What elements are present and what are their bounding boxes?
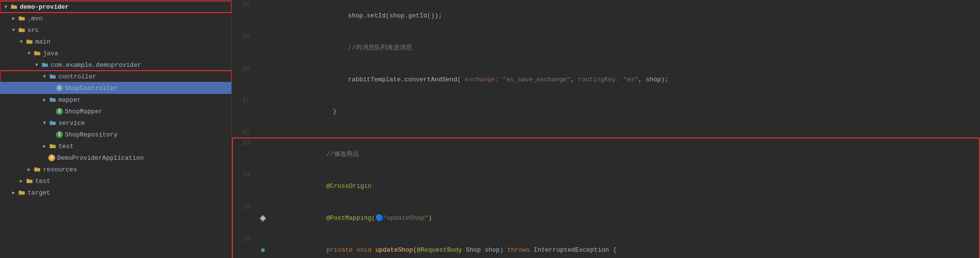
- code-line-63: 63 //修改商品: [233, 138, 979, 170]
- tree-item-label: src: [28, 27, 39, 34]
- file-tree[interactable]: ▼ demo-provider ▶ .mvn ▼ src ▼: [0, 0, 232, 258]
- folder-icon: [48, 96, 57, 103]
- code-line-59: 59 //向消息队列发送消息: [232, 32, 980, 64]
- code-editor: 58 shop.setId(shop.getId()); 59 //向消息队列发…: [232, 0, 980, 258]
- expand-arrow: ▶: [10, 15, 17, 21]
- tree-item-main[interactable]: ▼ main: [0, 36, 231, 47]
- tree-item-src[interactable]: ▼ src: [0, 24, 231, 36]
- expand-arrow: ▶: [17, 178, 25, 184]
- folder-icon: [17, 189, 26, 196]
- file-icon: I: [56, 108, 63, 115]
- spacer: [48, 109, 56, 114]
- tree-item-label: demo-provider: [20, 3, 69, 11]
- tree-item-label: java: [43, 50, 58, 57]
- tree-item-label: ShopController: [65, 85, 117, 92]
- line-content: rabbitTemplate.convertAndSend( exchange:…: [269, 64, 980, 96]
- folder-icon: [17, 27, 26, 33]
- file-icon: A: [48, 154, 55, 161]
- tree-item-controller[interactable]: ▼ controller: [0, 71, 231, 82]
- line-content: private void updateShop(@RequestBody Sho…: [270, 234, 979, 258]
- tree-item-label: test: [35, 178, 50, 185]
- folder-icon: [48, 120, 57, 126]
- line-number: 58: [232, 0, 255, 32]
- gutter: [256, 138, 270, 170]
- gutter: [256, 202, 270, 234]
- file-icon: C: [56, 85, 63, 91]
- folder-icon: [41, 61, 49, 68]
- tree-item-label: ShopRepository: [65, 131, 117, 138]
- folder-icon: [33, 166, 42, 173]
- line-content: //修改商品: [270, 138, 979, 170]
- line-content: [269, 128, 980, 138]
- line-content: shop.setId(shop.getId());: [269, 0, 980, 32]
- tree-item-label: test: [58, 143, 73, 150]
- tree-item-shop-controller[interactable]: C ShopController: [0, 82, 231, 94]
- expand-arrow: ▶: [41, 97, 48, 103]
- expand-arrow: ▼: [25, 51, 33, 56]
- expand-arrow: ▼: [2, 4, 10, 10]
- expand-arrow: ▼: [33, 62, 41, 68]
- expand-arrow: ▶: [10, 190, 17, 196]
- tree-item-test[interactable]: ▶ test: [0, 175, 231, 187]
- code-line-58: 58 shop.setId(shop.getId());: [232, 0, 980, 32]
- line-content: @PostMapping(🔵"updateShop"): [270, 202, 979, 234]
- code-line-65: 65 @PostMapping(🔵"updateShop"): [233, 202, 979, 234]
- expand-arrow: ▼: [41, 121, 48, 126]
- gutter: [255, 32, 269, 64]
- spacer: [48, 86, 56, 91]
- tree-item-demo-provider[interactable]: ▼ demo-provider: [0, 1, 231, 13]
- gutter: [255, 64, 269, 96]
- tree-item-label: service: [58, 120, 85, 127]
- folder-icon: [25, 38, 34, 45]
- expand-arrow: ▼: [41, 74, 48, 79]
- gutter: [255, 96, 269, 128]
- expand-arrow: ▼: [10, 28, 17, 33]
- code-line-60: 60 rabbitTemplate.convertAndSend( exchan…: [232, 64, 980, 96]
- tree-item-shop-repository[interactable]: I ShopRepository: [0, 129, 231, 140]
- code-line-66: 66 private void updateShop(@RequestBody …: [233, 234, 979, 258]
- tree-item-shop-mapper[interactable]: I ShopMapper: [0, 106, 231, 117]
- spacer: [48, 132, 56, 137]
- spacer: [41, 155, 48, 161]
- gutter: [255, 0, 269, 32]
- expand-arrow: ▶: [25, 167, 33, 172]
- tree-item-label: target: [28, 189, 50, 197]
- folder-icon: [10, 3, 18, 10]
- expand-arrow: ▼: [17, 39, 25, 45]
- line-content: //向消息队列发送消息: [269, 32, 980, 64]
- breakpoint-marker: [259, 215, 266, 222]
- folder-icon: [25, 178, 34, 184]
- expand-arrow: ▶: [41, 143, 48, 149]
- tree-item-resources[interactable]: ▶ resources: [0, 164, 231, 175]
- tree-item-service[interactable]: ▼ service: [0, 117, 231, 129]
- tree-item-label: .mvn: [28, 15, 43, 22]
- line-content: }: [269, 96, 980, 128]
- folder-icon: [33, 50, 42, 57]
- tree-item-label: com.example.demoprovider: [51, 61, 141, 69]
- tree-item-label: resources: [43, 166, 77, 173]
- line-number: 64: [233, 170, 256, 202]
- folder-icon: [17, 15, 26, 22]
- line-number: 65: [233, 202, 256, 234]
- gutter: [256, 234, 270, 258]
- tree-item-mapper[interactable]: ▶ mapper: [0, 94, 231, 106]
- code-content: 58 shop.setId(shop.getId()); 59 //向消息队列发…: [232, 0, 980, 258]
- line-number: 59: [232, 32, 255, 64]
- tree-item-mvn[interactable]: ▶ .mvn: [0, 13, 231, 24]
- line-number: 66: [233, 234, 256, 258]
- tree-item-label: controller: [58, 73, 96, 80]
- gutter: [256, 170, 270, 202]
- tree-item-com-example[interactable]: ▼ com.example.demoprovider: [0, 59, 231, 71]
- line-content: @CrossOrigin: [270, 170, 979, 202]
- tree-item-target[interactable]: ▶ target: [0, 187, 231, 198]
- tree-item-demo-provider-app[interactable]: A DemoProviderApplication: [0, 152, 231, 164]
- line-number: 61: [232, 96, 255, 128]
- code-line-62: 62: [232, 128, 980, 138]
- file-icon: I: [56, 131, 63, 138]
- tree-item-label: main: [35, 38, 50, 46]
- code-line-61: 61 }: [232, 96, 980, 128]
- tree-item-label: DemoProviderApplication: [57, 154, 144, 162]
- gutter: [255, 128, 269, 138]
- tree-item-test-inner[interactable]: ▶ test: [0, 140, 231, 152]
- tree-item-java[interactable]: ▼ java: [0, 47, 231, 59]
